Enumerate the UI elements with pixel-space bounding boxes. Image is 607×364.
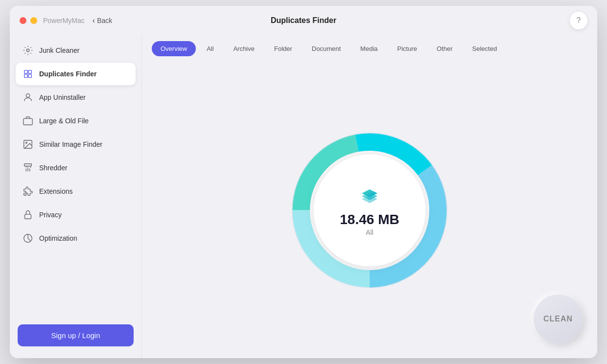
svg-point-0 bbox=[26, 49, 29, 52]
lock-icon bbox=[23, 209, 33, 220]
tab-bar: Overview All Archive Folder Document Med… bbox=[142, 35, 597, 62]
sidebar: Junk Cleaner Duplicates Finder App Unins… bbox=[10, 35, 142, 358]
svg-point-5 bbox=[26, 94, 29, 97]
total-size: 18.46 MB bbox=[340, 212, 399, 228]
puzzle-icon bbox=[23, 186, 33, 197]
back-button[interactable]: ‹ Back bbox=[93, 16, 112, 25]
svg-point-8 bbox=[25, 142, 27, 143]
svg-rect-1 bbox=[24, 70, 27, 73]
sidebar-label-optimization: Optimization bbox=[39, 234, 77, 242]
clean-button-container: CLEAN bbox=[534, 295, 583, 343]
back-label: Back bbox=[97, 17, 112, 24]
titlebar: PowerMyMac ‹ Back Duplicates Finder ? bbox=[10, 6, 597, 35]
svg-rect-4 bbox=[28, 74, 31, 77]
sidebar-spacer bbox=[16, 250, 136, 320]
sidebar-label-large-old-file: Large & Old File bbox=[39, 117, 89, 125]
sidebar-label-junk-cleaner: Junk Cleaner bbox=[39, 46, 80, 54]
gear-icon bbox=[23, 45, 33, 56]
donut-inner: 18.46 MB All bbox=[313, 154, 426, 267]
sidebar-label-duplicates-finder: Duplicates Finder bbox=[39, 70, 96, 78]
minimize-button[interactable] bbox=[30, 17, 37, 24]
sidebar-item-privacy[interactable]: Privacy bbox=[16, 204, 136, 226]
help-button[interactable]: ? bbox=[570, 12, 587, 29]
tab-picture[interactable]: Picture bbox=[389, 41, 426, 56]
sidebar-item-duplicates-finder[interactable]: Duplicates Finder bbox=[16, 63, 136, 85]
window-title: Duplicates Finder bbox=[271, 16, 336, 25]
window-controls bbox=[20, 17, 37, 24]
sidebar-label-app-uninstaller: App Uninstaller bbox=[39, 93, 86, 101]
close-button[interactable] bbox=[20, 17, 26, 24]
sidebar-item-app-uninstaller[interactable]: App Uninstaller bbox=[16, 86, 136, 109]
sidebar-label-shredder: Shredder bbox=[39, 164, 68, 172]
overview-content: 18.46 MB All CLEAN bbox=[142, 62, 597, 358]
signup-login-button[interactable]: Sign up / Login bbox=[18, 324, 134, 346]
sidebar-label-privacy: Privacy bbox=[39, 211, 62, 219]
tab-other[interactable]: Other bbox=[428, 41, 462, 56]
back-chevron-icon: ‹ bbox=[93, 16, 95, 25]
svg-rect-9 bbox=[24, 164, 32, 166]
sidebar-item-similar-image-finder[interactable]: Similar Image Finder bbox=[16, 133, 136, 156]
donut-chart-container: 18.46 MB All bbox=[281, 122, 458, 298]
help-icon: ? bbox=[577, 16, 581, 25]
right-panel: Overview All Archive Folder Document Med… bbox=[142, 35, 597, 358]
sidebar-item-junk-cleaner[interactable]: Junk Cleaner bbox=[16, 39, 136, 62]
tab-folder[interactable]: Folder bbox=[265, 41, 301, 56]
main-content: Junk Cleaner Duplicates Finder App Unins… bbox=[10, 35, 597, 358]
duplicate-stack-icon bbox=[358, 184, 381, 208]
tab-document[interactable]: Document bbox=[303, 41, 350, 56]
svg-rect-3 bbox=[28, 70, 31, 73]
sidebar-item-shredder[interactable]: Shredder bbox=[16, 157, 136, 179]
svg-rect-6 bbox=[23, 118, 32, 125]
tab-overview[interactable]: Overview bbox=[152, 41, 196, 56]
layers-icon bbox=[23, 68, 33, 79]
shredder-icon bbox=[23, 162, 33, 173]
app-name: PowerMyMac bbox=[43, 17, 85, 24]
sidebar-item-large-old-file[interactable]: Large & Old File bbox=[16, 110, 136, 132]
sidebar-item-optimization[interactable]: Optimization bbox=[16, 227, 136, 250]
tab-archive[interactable]: Archive bbox=[225, 41, 263, 56]
svg-rect-2 bbox=[24, 74, 27, 77]
total-label: All bbox=[366, 228, 374, 236]
sidebar-item-extensions[interactable]: Extensions bbox=[16, 180, 136, 203]
svg-rect-10 bbox=[25, 214, 31, 219]
sidebar-label-extensions: Extensions bbox=[39, 187, 72, 195]
briefcase-icon bbox=[23, 115, 33, 126]
tab-media[interactable]: Media bbox=[351, 41, 386, 56]
clean-button[interactable]: CLEAN bbox=[534, 295, 583, 343]
diamond-icon bbox=[23, 233, 33, 244]
sidebar-label-similar-image-finder: Similar Image Finder bbox=[39, 140, 102, 148]
tab-selected[interactable]: Selected bbox=[464, 41, 506, 56]
image-icon bbox=[23, 139, 33, 150]
tab-all[interactable]: All bbox=[198, 41, 222, 56]
main-window: PowerMyMac ‹ Back Duplicates Finder ? Ju… bbox=[10, 6, 597, 358]
person-icon bbox=[23, 92, 33, 103]
